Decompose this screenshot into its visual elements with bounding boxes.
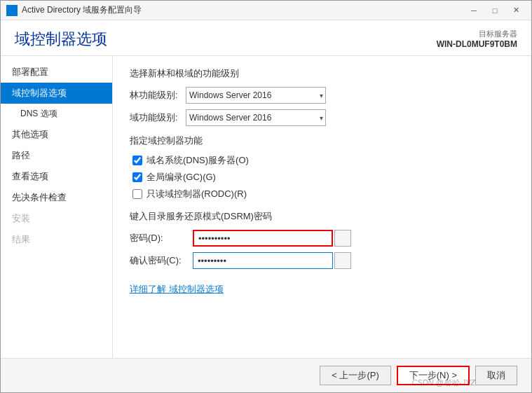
main-content: 选择新林和根域的功能级别 林功能级别: Windows Server 2016 …	[113, 56, 531, 358]
forest-level-row: 林功能级别: Windows Server 2016 Windows Serve…	[130, 87, 514, 104]
password-row: 密码(D):	[130, 230, 514, 247]
main-header: 域控制器选项 目标服务器 WIN-DL0MUF9T0BM	[1, 20, 531, 56]
checkbox-gc[interactable]	[132, 172, 142, 182]
checkbox-dns[interactable]	[132, 156, 142, 165]
target-server-label: 目标服务器	[437, 29, 517, 39]
domain-level-select[interactable]: Windows Server 2016 Windows Server 2012 …	[186, 109, 326, 126]
main-window: Active Directory 域服务配置向导 ─ □ ✕ 域控制器选项 目标…	[0, 0, 532, 393]
password-label: 密码(D):	[130, 232, 193, 244]
close-button[interactable]: ✕	[506, 4, 526, 18]
footer: < 上一步(P) 下一步(N) > 取消 CSDN @哈哈-JYZ	[1, 358, 531, 392]
confirm-password-input[interactable]	[193, 252, 333, 269]
checkbox-gc-row: 全局编录(GC)(G)	[130, 171, 514, 184]
checkbox-rodc[interactable]	[132, 189, 142, 199]
sidebar: 部署配置 域控制器选项 DNS 选项 其他选项 路径 查看选项 先决条件检查 安…	[1, 56, 113, 358]
confirm-extra-box	[334, 252, 351, 269]
minimize-button[interactable]: ─	[464, 4, 484, 18]
maximize-button[interactable]: □	[485, 4, 505, 18]
link-area: 详细了解 域控制器选项	[130, 283, 514, 296]
target-server-name: WIN-DL0MUF9T0BM	[437, 39, 517, 49]
section1-title: 选择新林和根域的功能级别	[130, 67, 514, 80]
domain-label: 域功能级别:	[130, 111, 186, 124]
checkbox-rodc-row: 只读域控制器(RODC)(R)	[130, 188, 514, 200]
window-controls: ─ □ ✕	[464, 4, 526, 18]
sidebar-item-dns[interactable]: DNS 选项	[1, 104, 112, 124]
checkbox-dns-label[interactable]: 域名系统(DNS)服务器(O)	[146, 154, 249, 167]
domain-level-row: 域功能级别: Windows Server 2016 Windows Serve…	[130, 109, 514, 126]
checkbox-dns-row: 域名系统(DNS)服务器(O)	[130, 154, 514, 167]
target-server-info: 目标服务器 WIN-DL0MUF9T0BM	[437, 29, 517, 49]
forest-select-wrapper: Windows Server 2016 Windows Server 2012 …	[186, 87, 326, 104]
app-icon	[6, 5, 18, 16]
sidebar-item-dc-options[interactable]: 域控制器选项	[1, 83, 112, 104]
sidebar-item-install: 安装	[1, 208, 112, 229]
confirm-password-row: 确认密码(C):	[130, 252, 514, 269]
page-title: 域控制器选项	[15, 29, 107, 50]
domain-select-wrapper: Windows Server 2016 Windows Server 2012 …	[186, 109, 326, 126]
help-link[interactable]: 详细了解 域控制器选项	[130, 284, 224, 294]
section2-title: 指定域控制器功能	[130, 135, 514, 147]
password-input[interactable]	[193, 230, 333, 247]
forest-label: 林功能级别:	[130, 89, 186, 102]
confirm-label: 确认密码(C):	[130, 254, 193, 267]
sidebar-item-path[interactable]: 路径	[1, 145, 112, 166]
forest-level-select[interactable]: Windows Server 2016 Windows Server 2012 …	[186, 87, 326, 104]
sidebar-item-prereq[interactable]: 先决条件检查	[1, 187, 112, 208]
checkbox-rodc-label[interactable]: 只读域控制器(RODC)(R)	[146, 188, 247, 200]
checkbox-gc-label[interactable]: 全局编录(GC)(G)	[146, 171, 216, 184]
sidebar-item-deploy[interactable]: 部署配置	[1, 62, 112, 83]
window-title: Active Directory 域服务配置向导	[22, 4, 464, 16]
content-area: 部署配置 域控制器选项 DNS 选项 其他选项 路径 查看选项 先决条件检查 安…	[1, 56, 531, 358]
sidebar-item-review[interactable]: 查看选项	[1, 166, 112, 187]
password-extra-box	[334, 230, 351, 247]
watermark: CSDN @哈哈-JYZ	[411, 378, 475, 388]
cancel-button[interactable]: 取消	[475, 366, 517, 385]
titlebar: Active Directory 域服务配置向导 ─ □ ✕	[1, 1, 531, 20]
password-section-title: 键入目录服务还原模式(DSRM)密码	[130, 210, 514, 223]
sidebar-item-other[interactable]: 其他选项	[1, 124, 112, 145]
back-button[interactable]: < 上一步(P)	[320, 366, 391, 385]
sidebar-item-result: 结果	[1, 229, 112, 250]
